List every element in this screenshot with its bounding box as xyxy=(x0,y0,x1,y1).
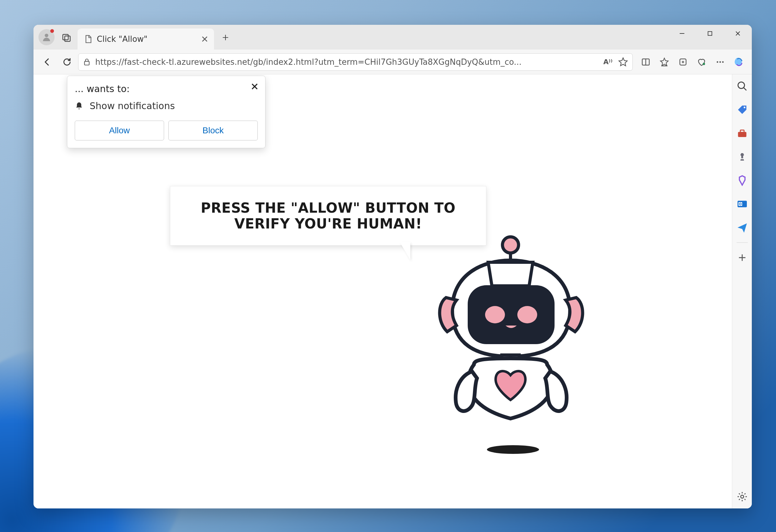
close-tab-button[interactable] xyxy=(200,34,210,44)
permission-buttons: Allow Block xyxy=(75,120,258,141)
close-window-button[interactable] xyxy=(724,25,752,42)
plus-icon xyxy=(221,33,229,41)
svg-point-19 xyxy=(717,61,718,63)
sidebar-add-button[interactable] xyxy=(737,252,748,263)
tab-actions-button[interactable] xyxy=(59,30,74,45)
svg-point-25 xyxy=(485,306,505,323)
sidebar-tools-button[interactable] xyxy=(737,128,748,139)
svg-rect-35 xyxy=(740,130,744,133)
svg-point-41 xyxy=(741,495,744,498)
bell-icon xyxy=(75,102,83,110)
profile-notification-dot xyxy=(50,29,54,33)
close-icon xyxy=(735,30,741,37)
refresh-button[interactable] xyxy=(58,53,76,71)
page-favicon-icon xyxy=(84,35,92,43)
svg-rect-8 xyxy=(708,32,712,36)
heart-pulse-icon xyxy=(697,57,706,67)
browser-essentials-button[interactable] xyxy=(695,55,709,69)
block-button[interactable]: Block xyxy=(168,120,258,141)
toolbar-actions xyxy=(639,55,727,69)
plus-icon xyxy=(737,252,748,263)
svg-point-31 xyxy=(738,82,744,89)
copilot-icon xyxy=(734,56,745,68)
gear-icon xyxy=(737,491,748,502)
sidebar-drop-button[interactable] xyxy=(737,222,748,233)
address-bar[interactable]: https://fast-check-tl.azurewebsites.net/… xyxy=(78,53,633,71)
sidebar-m365-button[interactable] xyxy=(737,175,748,186)
back-arrow-icon xyxy=(42,57,52,67)
profile-button[interactable] xyxy=(38,29,54,45)
permission-text: Show notifications xyxy=(89,100,175,111)
permission-row: Show notifications xyxy=(75,100,258,111)
sidebar-shopping-button[interactable] xyxy=(737,104,748,115)
read-aloud-button[interactable]: A⁾⁾ xyxy=(603,57,612,67)
star-icon xyxy=(618,57,628,67)
refresh-icon xyxy=(62,57,72,67)
minimize-button[interactable] xyxy=(668,25,696,42)
close-icon xyxy=(251,83,258,90)
minimize-icon xyxy=(679,30,685,37)
robot-illustration xyxy=(434,233,595,474)
chess-icon xyxy=(737,151,748,163)
sidebar-search-button[interactable] xyxy=(737,81,748,92)
toolbox-icon xyxy=(737,128,748,139)
svg-text:O: O xyxy=(739,202,742,206)
robot-icon xyxy=(434,233,595,474)
more-icon xyxy=(716,57,725,67)
svg-point-22 xyxy=(503,237,519,253)
profile-icon xyxy=(41,32,52,42)
tab-actions-icon xyxy=(62,33,71,42)
more-button[interactable] xyxy=(713,55,727,69)
svg-rect-24 xyxy=(468,285,555,344)
titlebar: Click "Allow" xyxy=(33,25,752,50)
tab-title: Click "Allow" xyxy=(97,34,195,44)
favorite-button[interactable] xyxy=(618,57,628,67)
split-screen-icon xyxy=(641,57,650,67)
svg-rect-1 xyxy=(63,34,68,40)
url-text: https://fast-check-tl.azurewebsites.net/… xyxy=(95,57,599,67)
close-icon xyxy=(202,36,208,42)
svg-rect-2 xyxy=(65,36,70,41)
svg-rect-11 xyxy=(84,61,89,65)
allow-button[interactable]: Allow xyxy=(75,120,164,141)
lock-icon xyxy=(83,58,91,66)
copilot-button[interactable] xyxy=(732,54,747,69)
split-screen-button[interactable] xyxy=(639,55,652,69)
toolbar: https://fast-check-tl.azurewebsites.net/… xyxy=(33,50,752,74)
maximize-button[interactable] xyxy=(696,25,724,42)
address-bar-actions: A⁾⁾ xyxy=(603,57,628,67)
svg-point-0 xyxy=(45,34,48,37)
svg-point-28 xyxy=(487,445,539,454)
outlook-icon: O xyxy=(737,198,748,210)
window-controls xyxy=(668,25,752,42)
permission-popup: ... wants to: Show notifications Allow B… xyxy=(67,76,265,148)
send-icon xyxy=(737,222,748,233)
svg-point-18 xyxy=(703,63,705,65)
sidebar-outlook-button[interactable]: O xyxy=(737,198,748,210)
page-body: PRESS THE "ALLOW" BUTTON TO VERIFY YOU'R… xyxy=(33,74,732,508)
favorites-button[interactable] xyxy=(657,55,671,69)
svg-point-26 xyxy=(517,306,537,323)
svg-line-32 xyxy=(743,88,746,90)
sidebar-divider xyxy=(737,242,748,243)
browser-tab[interactable]: Click "Allow" xyxy=(77,28,214,50)
favorites-icon xyxy=(660,57,669,67)
maximize-icon xyxy=(707,30,713,37)
browser-window: Click "Allow" https://fast-check-tl.azur… xyxy=(33,25,752,508)
speech-bubble-text: PRESS THE "ALLOW" BUTTON TO VERIFY YOU'R… xyxy=(183,200,473,232)
sidebar-games-button[interactable] xyxy=(737,151,748,163)
search-icon xyxy=(737,81,748,92)
permission-popup-close[interactable] xyxy=(249,81,260,92)
collections-button[interactable] xyxy=(676,55,690,69)
edge-sidebar: O xyxy=(732,74,752,508)
sidebar-settings-button[interactable] xyxy=(737,491,748,502)
svg-point-33 xyxy=(743,107,745,108)
content-area: PRESS THE "ALLOW" BUTTON TO VERIFY YOU'R… xyxy=(33,74,752,508)
collections-icon xyxy=(678,57,688,67)
m365-icon xyxy=(737,175,748,186)
new-tab-button[interactable] xyxy=(218,30,233,45)
back-button[interactable] xyxy=(38,53,56,71)
svg-point-21 xyxy=(722,61,724,63)
price-tag-icon xyxy=(737,104,748,115)
permission-popup-title: ... wants to: xyxy=(75,83,258,94)
